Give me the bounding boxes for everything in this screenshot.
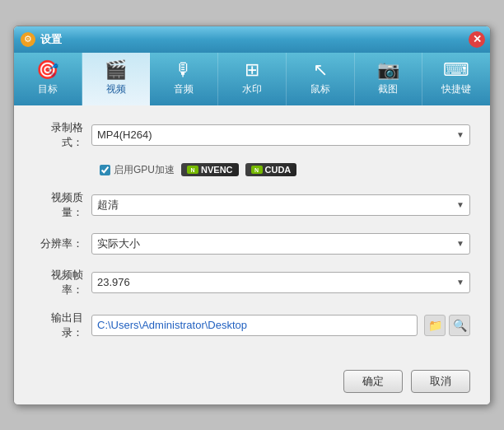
resolution-controls: 实际大小 ▼ [91, 233, 470, 255]
cancel-button[interactable]: 取消 [411, 370, 470, 393]
video-quality-dropdown[interactable]: 超清 ▼ [91, 194, 470, 216]
output-dir-label: 输出目录： [34, 311, 91, 340]
nvenc-logo: N [187, 166, 198, 174]
record-format-row: 录制格式： MP4(H264) ▼ [34, 120, 470, 150]
record-format-value: MP4(H264) [97, 129, 152, 141]
dir-buttons: 📁 🔍 [424, 315, 470, 336]
target-icon: 🎯 [36, 61, 58, 79]
record-format-controls: MP4(H264) ▼ [91, 124, 470, 146]
video-quality-value: 超清 [97, 198, 119, 213]
output-dir-controls: C:\Users\Administrator\Desktop 📁 🔍 [91, 315, 470, 336]
output-dir-row: 输出目录： C:\Users\Administrator\Desktop 📁 🔍 [34, 311, 470, 340]
tab-audio-label: 音频 [174, 82, 194, 96]
audio-icon: 🎙 [175, 61, 193, 79]
frame-rate-dropdown[interactable]: 23.976 ▼ [91, 272, 470, 293]
frame-rate-label: 视频帧率： [34, 268, 91, 297]
resolution-arrow: ▼ [456, 239, 464, 248]
gpu-checkbox-label[interactable]: 启用GPU加速 [100, 163, 175, 177]
gpu-label-text: 启用GPU加速 [114, 163, 175, 177]
resolution-value: 实际大小 [97, 236, 140, 251]
search-button[interactable]: 🔍 [449, 315, 470, 336]
tab-mouse[interactable]: ↖ 鼠标 [287, 53, 355, 105]
tab-audio[interactable]: 🎙 音频 [150, 53, 218, 105]
content-area: 录制格式： MP4(H264) ▼ 启用GPU加速 N NVENC N CUDA [14, 105, 490, 363]
video-quality-arrow: ▼ [456, 200, 464, 209]
output-dir-value: C:\Users\Administrator\Desktop [97, 319, 247, 331]
tab-target[interactable]: 🎯 目标 [14, 53, 82, 105]
close-button[interactable]: ✕ [469, 31, 485, 48]
screenshot-icon: 📷 [377, 61, 399, 79]
frame-rate-controls: 23.976 ▼ [91, 272, 470, 293]
nvenc-label: NVENC [201, 165, 233, 175]
record-format-label: 录制格式： [34, 120, 91, 150]
shortcut-icon: ⌨ [443, 61, 469, 79]
tab-target-label: 目标 [38, 82, 58, 96]
window-title: 设置 [40, 32, 62, 47]
confirm-button[interactable]: 确定 [343, 370, 403, 393]
resolution-dropdown[interactable]: 实际大小 ▼ [91, 233, 470, 255]
tab-watermark[interactable]: ⊞ 水印 [218, 53, 287, 105]
tab-video-label: 视频 [106, 82, 126, 96]
tab-watermark-label: 水印 [242, 82, 262, 96]
frame-rate-value: 23.976 [97, 276, 130, 288]
footer: 确定 取消 [14, 363, 490, 404]
cuda-badge: N CUDA [245, 163, 297, 176]
tab-screenshot[interactable]: 📷 截图 [355, 53, 423, 105]
video-quality-label: 视频质量： [34, 190, 91, 220]
video-quality-controls: 超清 ▼ [91, 194, 470, 216]
tab-shortcut-label: 快捷键 [441, 82, 471, 96]
video-quality-row: 视频质量： 超清 ▼ [34, 190, 470, 220]
open-folder-button[interactable]: 📁 [424, 315, 446, 336]
gpu-row: 启用GPU加速 N NVENC N CUDA [100, 163, 470, 177]
cuda-logo: N [251, 166, 263, 174]
video-icon: 🎬 [105, 61, 127, 79]
tab-screenshot-label: 截图 [378, 82, 398, 96]
tab-mouse-label: 鼠标 [310, 82, 330, 96]
resolution-label: 分辨率： [34, 236, 91, 251]
frame-rate-row: 视频帧率： 23.976 ▼ [34, 268, 470, 297]
tab-video[interactable]: 🎬 视频 [82, 53, 151, 105]
mouse-icon: ↖ [313, 61, 328, 79]
app-icon: ⚙ [21, 32, 35, 47]
settings-window: ⚙ 设置 ✕ 🎯 目标 🎬 视频 🎙 音频 ⊞ 水印 ↖ 鼠标 📷 截图 [13, 26, 491, 405]
tab-shortcut[interactable]: ⌨ 快捷键 [422, 53, 490, 105]
record-format-dropdown[interactable]: MP4(H264) ▼ [91, 124, 470, 146]
tab-bar: 🎯 目标 🎬 视频 🎙 音频 ⊞ 水印 ↖ 鼠标 📷 截图 ⌨ 快捷键 [14, 53, 490, 105]
frame-rate-arrow: ▼ [456, 278, 464, 287]
cuda-label: CUDA [265, 165, 292, 175]
title-bar: ⚙ 设置 ✕ [14, 26, 490, 53]
record-format-arrow: ▼ [456, 130, 464, 139]
watermark-icon: ⊞ [245, 61, 259, 79]
resolution-row: 分辨率： 实际大小 ▼ [34, 233, 470, 255]
nvenc-badge: N NVENC [181, 163, 239, 176]
gpu-checkbox[interactable] [100, 165, 110, 175]
output-dir-input[interactable]: C:\Users\Administrator\Desktop [91, 315, 418, 336]
